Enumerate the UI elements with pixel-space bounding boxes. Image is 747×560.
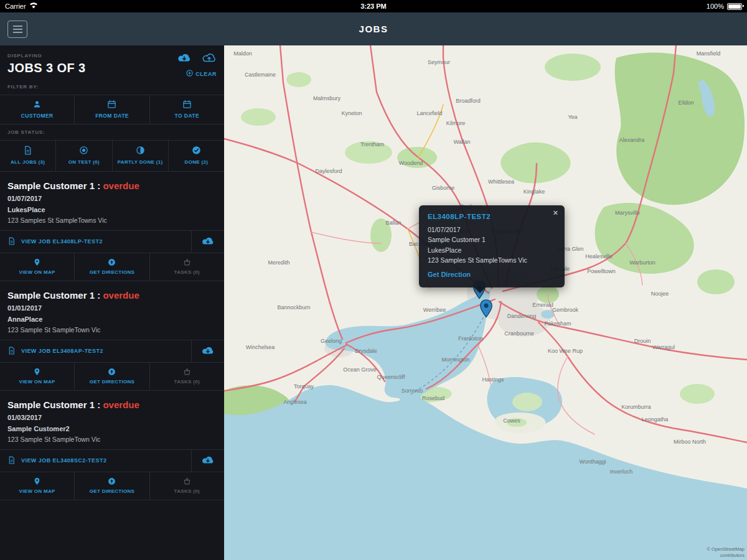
filter-customer-button[interactable]: CUSTOMER bbox=[0, 95, 75, 124]
filter-to-date-button[interactable]: TO DATE bbox=[150, 95, 224, 124]
action-label: TASKS (0) bbox=[174, 269, 200, 275]
cloud-sync-button[interactable] bbox=[191, 340, 224, 362]
map-town-label: Bannockburn bbox=[277, 304, 310, 310]
separator: : bbox=[95, 290, 103, 301]
ios-status-bar: Carrier 3:23 PM 100% bbox=[0, 0, 747, 12]
map-town-label: Ocean Grove bbox=[343, 366, 377, 373]
filter-label: TO DATE bbox=[175, 113, 200, 119]
status-badge: overdue bbox=[103, 399, 139, 410]
view-job-button[interactable]: VIEW JOB EL3408LP-TEST2 bbox=[0, 231, 191, 253]
page-title: JOBS bbox=[0, 24, 747, 34]
map-pin[interactable] bbox=[479, 299, 493, 320]
separator: : bbox=[95, 399, 103, 410]
cloud-upload-icon[interactable] bbox=[202, 53, 217, 63]
cloud-sync-button[interactable] bbox=[191, 231, 224, 253]
map-town-label: Kyneton bbox=[341, 110, 362, 116]
map-town-label: Anglesea bbox=[283, 399, 307, 405]
status-partly-done-button[interactable]: PARTLY DONE (1) bbox=[113, 141, 169, 171]
filter-label: FROM DATE bbox=[95, 113, 129, 119]
popup-address: 123 Samples St SampleTowns Vic bbox=[428, 255, 556, 265]
displaying-label: DISPLAYING bbox=[7, 53, 86, 58]
status-on-test-button[interactable]: ON TEST (0) bbox=[56, 141, 112, 171]
action-label: VIEW ON MAP bbox=[19, 269, 55, 275]
tasks-basket-icon bbox=[183, 477, 191, 487]
status-badge: overdue bbox=[103, 180, 139, 191]
filter-from-date-button[interactable]: FROM DATE bbox=[75, 95, 149, 124]
map-town-label: Noojee bbox=[651, 291, 669, 297]
map-town-label: Powelltown bbox=[587, 268, 616, 274]
get-direction-link[interactable]: Get Direction bbox=[428, 271, 471, 278]
tasks-basket-icon bbox=[183, 258, 191, 268]
tasks-button[interactable]: TASKS (0) bbox=[150, 472, 224, 500]
get-directions-button[interactable]: GET DIRECTIONS bbox=[75, 472, 149, 500]
popup-close-button[interactable]: ✕ bbox=[553, 210, 558, 217]
view-on-map-button[interactable]: VIEW ON MAP bbox=[0, 363, 75, 390]
map-town-label: Geelong bbox=[321, 338, 342, 344]
map-town-label: Cowes bbox=[503, 418, 520, 424]
clear-label: CLEAR bbox=[195, 71, 217, 77]
tasks-button[interactable]: TASKS (0) bbox=[150, 363, 224, 390]
action-label: VIEW ON MAP bbox=[19, 488, 55, 494]
circle-dot-icon bbox=[79, 146, 88, 157]
circle-half-icon bbox=[136, 146, 145, 157]
map-town-label: Kinglake bbox=[524, 189, 545, 195]
popup-job-code: EL3408LP-TEST2 bbox=[428, 213, 556, 220]
map-pin-icon bbox=[33, 477, 41, 487]
directions-icon bbox=[108, 477, 116, 487]
get-directions-button[interactable]: GET DIRECTIONS bbox=[75, 253, 149, 281]
view-on-map-button[interactable]: VIEW ON MAP bbox=[0, 472, 75, 500]
hamburger-menu-button[interactable] bbox=[7, 21, 27, 38]
get-directions-button[interactable]: GET DIRECTIONS bbox=[75, 363, 149, 390]
job-card: Sample Customer 1 : overdue 01/03/2017 S… bbox=[0, 399, 224, 500]
map-town-label: Koo Wee Rup bbox=[548, 348, 583, 354]
map-town-label: Marysville bbox=[615, 210, 640, 216]
job-address: 123 Sample St SampleTown Vic bbox=[0, 436, 224, 449]
status-label: ON TEST (0) bbox=[68, 159, 100, 166]
wifi-icon bbox=[29, 2, 38, 10]
map-town-label: Castlemaine bbox=[245, 72, 276, 78]
map-town-label: Eildon bbox=[678, 100, 693, 106]
status-badge: overdue bbox=[103, 290, 139, 301]
map-town-label: Sorrento bbox=[402, 388, 423, 394]
clear-filters-button[interactable]: CLEAR bbox=[177, 70, 217, 78]
job-date: 01/03/2017 bbox=[0, 414, 224, 421]
person-icon bbox=[32, 100, 42, 110]
map-town-label: Korumburra bbox=[621, 404, 651, 410]
popup-customer: Sample Customer 1 bbox=[428, 235, 556, 245]
action-label: TASKS (0) bbox=[174, 379, 200, 385]
map-town-label: Torquay bbox=[294, 383, 314, 390]
status-label: PARTLY DONE (1) bbox=[118, 159, 163, 166]
view-job-button[interactable]: VIEW JOB EL3408SC2-TEST2 bbox=[0, 450, 191, 472]
map-town-label: Kilmore bbox=[446, 120, 466, 126]
action-label: VIEW ON MAP bbox=[19, 379, 55, 385]
status-done-button[interactable]: DONE (2) bbox=[169, 141, 224, 171]
view-job-label: VIEW JOB EL3408AP-TEST2 bbox=[21, 348, 103, 354]
map-town-label: Mornington bbox=[441, 357, 469, 363]
map-town-label: Mansfield bbox=[697, 50, 721, 57]
map-town-label: Warragul bbox=[652, 344, 675, 350]
map-town-label: Broadford bbox=[456, 98, 481, 104]
view-job-label: VIEW JOB EL3408SC2-TEST2 bbox=[21, 457, 106, 464]
status-all-jobs-button[interactable]: ALL JOBS (3) bbox=[0, 141, 56, 171]
tasks-button[interactable]: TASKS (0) bbox=[150, 253, 224, 281]
view-on-map-button[interactable]: VIEW ON MAP bbox=[0, 253, 75, 281]
document-icon bbox=[7, 347, 16, 356]
cloud-download-icon[interactable] bbox=[177, 53, 192, 63]
map-town-label: Trentham bbox=[360, 141, 384, 147]
cloud-sync-button[interactable] bbox=[191, 450, 224, 472]
popup-date: 01/07/2017 bbox=[428, 225, 556, 235]
directions-icon bbox=[108, 368, 116, 377]
map-town-label: Wonthaggi bbox=[580, 459, 606, 465]
job-place: LukesPlace bbox=[0, 206, 224, 213]
map-view[interactable]: MaldonCastlemaineMalmsburyKynetonTrentha… bbox=[224, 45, 747, 560]
action-label: GET DIRECTIONS bbox=[90, 488, 134, 494]
view-job-button[interactable]: VIEW JOB EL3408AP-TEST2 bbox=[0, 340, 191, 362]
status-label: DONE (2) bbox=[185, 159, 209, 166]
map-town-label: Lancefield bbox=[416, 110, 442, 116]
map-town-label: Healesville bbox=[585, 253, 613, 259]
map-town-label: Mirboo North bbox=[674, 439, 706, 445]
clock: 3:23 PM bbox=[0, 2, 747, 10]
job-customer: Sample Customer 1 bbox=[7, 180, 95, 191]
map-town-label: Maldon bbox=[233, 50, 252, 57]
view-job-label: VIEW JOB EL3408LP-TEST2 bbox=[21, 238, 103, 245]
